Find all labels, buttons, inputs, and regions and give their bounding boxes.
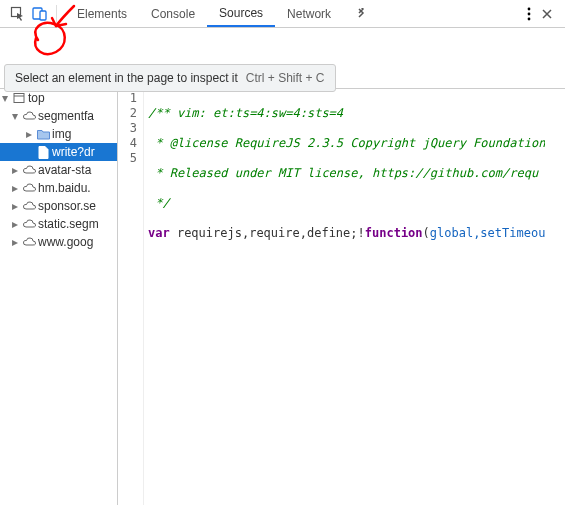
cloud-icon xyxy=(22,181,36,195)
tree-item-www-google[interactable]: ▸ www.goog xyxy=(0,233,117,251)
tree-label: img xyxy=(52,127,71,141)
svg-rect-6 xyxy=(14,94,24,103)
tree-item-sponsor[interactable]: ▸ sponsor.se xyxy=(0,197,117,215)
inspect-tooltip-text: Select an element in the page to inspect… xyxy=(15,71,238,85)
chevron-right-icon: ▸ xyxy=(10,199,20,213)
line-number-gutter: 1 2 3 4 5 xyxy=(118,89,144,505)
panel-tabs: Elements Console Sources Network xyxy=(65,0,379,27)
inspect-element-icon[interactable] xyxy=(10,6,26,22)
code-line: var requirejs,require,define;!function(g… xyxy=(148,226,545,241)
chevron-right-icon: ▸ xyxy=(10,163,20,177)
svg-point-4 xyxy=(528,12,531,15)
tree-label: top xyxy=(28,91,45,105)
tree-item-avatar[interactable]: ▸ avatar-sta xyxy=(0,161,117,179)
chevron-right-icon: ▸ xyxy=(10,235,20,249)
code-line: * @license RequireJS 2.3.5 Copyright jQu… xyxy=(148,136,545,151)
tree-label: avatar-sta xyxy=(38,163,91,177)
cloud-icon xyxy=(22,235,36,249)
code-editor[interactable]: 1 2 3 4 5 /** vim: et:ts=4:sw=4:sts=4 * … xyxy=(118,88,565,505)
code-line: /** vim: et:ts=4:sw=4:sts=4 xyxy=(148,106,545,121)
tree-item-hm-baidu[interactable]: ▸ hm.baidu. xyxy=(0,179,117,197)
kebab-menu-icon[interactable] xyxy=(527,7,531,21)
code-line: * Released under MIT license, https://gi… xyxy=(148,166,545,181)
tree-item-static-segment[interactable]: ▸ static.segm xyxy=(0,215,117,233)
tabbar-separator xyxy=(56,5,57,23)
folder-icon xyxy=(36,127,50,141)
content-wrap: ▾ top ▾ segmentfa ▸ img write?dr ▸ xyxy=(0,88,565,505)
cloud-icon xyxy=(22,199,36,213)
close-devtools-icon[interactable] xyxy=(541,8,553,20)
chevron-right-icon: ▸ xyxy=(10,181,20,195)
svg-point-3 xyxy=(528,7,531,10)
main-area: ▾ top ▾ segmentfa ▸ img write?dr ▸ xyxy=(0,28,565,505)
tab-console[interactable]: Console xyxy=(139,0,207,27)
tree-label: segmentfa xyxy=(38,109,94,123)
inspect-tooltip: Select an element in the page to inspect… xyxy=(4,64,336,92)
line-number: 5 xyxy=(118,151,137,166)
tabbar-left-icons xyxy=(6,6,48,22)
inspect-tooltip-shortcut: Ctrl + Shift + C xyxy=(246,71,325,85)
file-icon xyxy=(36,145,50,159)
svg-point-5 xyxy=(528,17,531,20)
device-toggle-icon[interactable] xyxy=(32,6,48,22)
code-line: */ xyxy=(148,196,545,211)
cloud-icon xyxy=(22,163,36,177)
tab-network[interactable]: Network xyxy=(275,0,343,27)
chevron-right-icon: ▸ xyxy=(10,217,20,231)
tree-label: sponsor.se xyxy=(38,199,96,213)
line-number: 3 xyxy=(118,121,137,136)
tree-item-write-file[interactable]: write?dr xyxy=(0,143,117,161)
chevron-right-icon: ▸ xyxy=(24,127,34,141)
tree-item-img-folder[interactable]: ▸ img xyxy=(0,125,117,143)
cloud-icon xyxy=(22,217,36,231)
tree-label: hm.baidu. xyxy=(38,181,91,195)
devtools-tabbar: Elements Console Sources Network xyxy=(0,0,565,28)
tabbar-right xyxy=(527,7,559,21)
cloud-icon xyxy=(22,109,36,123)
tree-label: www.goog xyxy=(38,235,93,249)
line-number: 2 xyxy=(118,106,137,121)
code-content[interactable]: /** vim: et:ts=4:sw=4:sts=4 * @license R… xyxy=(144,89,545,505)
line-number: 4 xyxy=(118,136,137,151)
line-number: 1 xyxy=(118,91,137,106)
window-icon xyxy=(12,91,26,105)
svg-rect-2 xyxy=(40,11,46,20)
more-tabs-button[interactable] xyxy=(343,0,379,27)
chevron-down-icon: ▾ xyxy=(0,91,10,105)
tab-sources[interactable]: Sources xyxy=(207,0,275,27)
tree-item-segmentfault[interactable]: ▾ segmentfa xyxy=(0,107,117,125)
tree-label: static.segm xyxy=(38,217,99,231)
tab-elements[interactable]: Elements xyxy=(65,0,139,27)
tree-label: write?dr xyxy=(52,145,95,159)
file-tree-panel: ▾ top ▾ segmentfa ▸ img write?dr ▸ xyxy=(0,88,118,505)
chevron-down-icon: ▾ xyxy=(10,109,20,123)
